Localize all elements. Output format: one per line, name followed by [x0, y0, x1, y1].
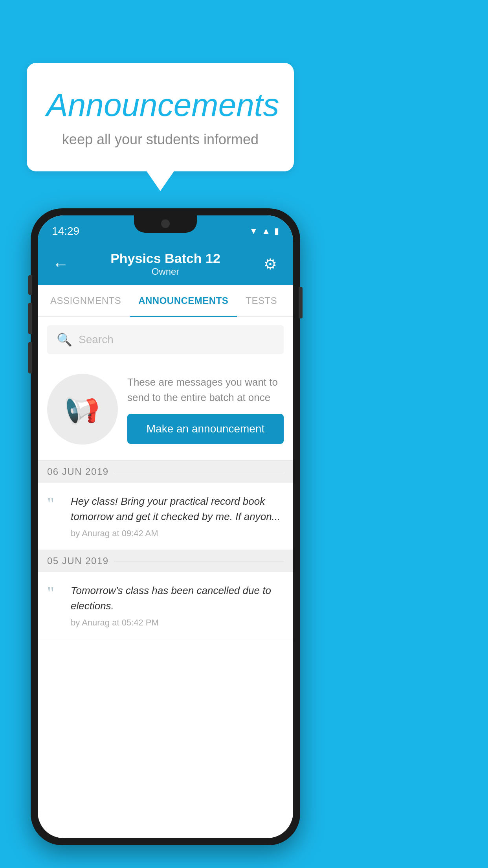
megaphone-icon: 📢	[61, 388, 104, 430]
search-input-wrap[interactable]: 🔍 Search	[47, 325, 284, 354]
promo-description: These are messages you want to send to t…	[127, 375, 284, 405]
announcement-meta-1: by Anurag at 09:42 AM	[71, 528, 284, 539]
quote-icon-1: "	[47, 495, 63, 513]
speech-bubble-container: Announcements keep all your students inf…	[27, 63, 294, 171]
app-header: ← Physics Batch 12 Owner ⚙	[38, 244, 293, 285]
tab-announcements[interactable]: ANNOUNCEMENTS	[130, 285, 237, 316]
app-content: 🔍 Search 📢 These are messages you want t…	[38, 317, 293, 639]
speech-bubble: Announcements keep all your students inf…	[27, 63, 294, 171]
phone-notch	[134, 215, 197, 233]
header-title: Physics Batch 12	[72, 251, 259, 266]
phone-power-button	[299, 287, 303, 318]
announcement-item-2[interactable]: " Tomorrow's class has been cancelled du…	[38, 572, 293, 639]
status-time: 14:29	[52, 225, 79, 237]
phone-mockup: 14:29 ▼ ▲ ▮ ← Physics Batch 12 Owner ⚙ A…	[31, 208, 300, 845]
promo-icon-circle: 📢	[47, 374, 118, 445]
announcement-item-1[interactable]: " Hey class! Bring your practical record…	[38, 483, 293, 550]
tab-bar: ASSIGNMENTS ANNOUNCEMENTS TESTS	[38, 285, 293, 317]
tab-assignments[interactable]: ASSIGNMENTS	[42, 285, 130, 316]
bubble-subtitle: keep all your students informed	[46, 131, 274, 148]
announcement-content-2: Tomorrow's class has been cancelled due …	[71, 583, 284, 628]
phone-volume-down-button	[28, 342, 32, 373]
announcement-text-1: Hey class! Bring your practical record b…	[71, 494, 284, 524]
date-label-2: 05 JUN 2019	[47, 555, 109, 566]
date-separator-1: 06 JUN 2019	[38, 461, 293, 483]
header-subtitle: Owner	[72, 266, 259, 277]
search-bar: 🔍 Search	[38, 317, 293, 362]
date-label-1: 06 JUN 2019	[47, 466, 109, 477]
bubble-title: Announcements	[46, 86, 274, 123]
announcement-meta-2: by Anurag at 05:42 PM	[71, 618, 284, 628]
phone-volume-up-button	[28, 303, 32, 334]
phone-volume-silent-button	[28, 275, 32, 295]
date-line-1	[114, 472, 284, 472]
settings-button[interactable]: ⚙	[259, 256, 282, 273]
announcement-text-2: Tomorrow's class has been cancelled due …	[71, 583, 284, 614]
search-placeholder: Search	[79, 333, 114, 346]
wifi-icon: ▼	[249, 226, 258, 236]
quote-icon-2: "	[47, 585, 63, 602]
back-button[interactable]: ←	[49, 255, 72, 274]
promo-right: These are messages you want to send to t…	[127, 375, 284, 444]
date-separator-2: 05 JUN 2019	[38, 550, 293, 572]
status-icons: ▼ ▲ ▮	[249, 226, 279, 236]
make-announcement-button[interactable]: Make an announcement	[127, 414, 284, 444]
battery-icon: ▮	[274, 226, 279, 236]
tab-tests[interactable]: TESTS	[237, 285, 286, 316]
header-center: Physics Batch 12 Owner	[72, 251, 259, 277]
signal-icon: ▲	[262, 226, 270, 236]
search-icon: 🔍	[57, 332, 72, 347]
date-line-2	[114, 561, 284, 561]
promo-section: 📢 These are messages you want to send to…	[38, 362, 293, 461]
announcement-content-1: Hey class! Bring your practical record b…	[71, 494, 284, 539]
